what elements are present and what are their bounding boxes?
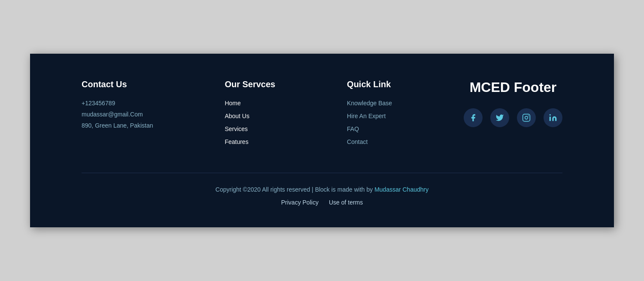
quicklink-contact[interactable]: Contact [347,138,392,145]
services-column: Our Servces Home About Us Services Featu… [225,79,275,151]
facebook-icon[interactable] [464,108,483,127]
svg-rect-3 [550,117,551,121]
svg-point-1 [525,116,528,119]
services-link-about[interactable]: About Us [225,113,275,119]
social-icons-group [464,108,562,127]
quicklink-faq[interactable]: FAQ [347,125,392,132]
svg-point-4 [550,114,551,116]
services-link-features[interactable]: Features [225,138,275,145]
footer-bottom-section: Copyright ©2020 All rights reserved | Bl… [82,173,562,206]
footer-top-section: Contact Us +123456789 mudassar@gmail.Com… [82,79,562,151]
copyright-text: Copyright ©2020 All rights reserved | Bl… [216,186,428,193]
footer-bottom-links: Privacy Policy Use of terms [281,199,363,206]
quicklink-expert[interactable]: Hire An Expert [347,113,392,119]
quicklink-knowledge[interactable]: Knowledge Base [347,100,392,107]
svg-point-2 [528,115,529,116]
brand-column: MCED Footer [464,79,562,127]
quicklink-column: Quick Link Knowledge Base Hire An Expert… [347,79,392,151]
copyright-author-link[interactable]: Mudassar Chaudhry [374,186,428,193]
footer-wrapper: Contact Us +123456789 mudassar@gmail.Com… [30,54,614,227]
copyright-static: Copyright ©2020 All rights reserved | Bl… [216,186,374,193]
contact-address: 890, Green Lane, Pakistan [82,122,153,129]
services-title: Our Servces [225,79,275,89]
contact-column: Contact Us +123456789 mudassar@gmail.Com… [82,79,153,133]
contact-title: Contact Us [82,79,153,89]
twitter-icon[interactable] [490,108,509,127]
services-link-services[interactable]: Services [225,125,275,132]
brand-title: MCED Footer [470,79,557,95]
contact-email: mudassar@gmail.Com [82,111,153,118]
linkedin-icon[interactable] [544,108,562,127]
svg-rect-0 [523,114,530,122]
contact-phone: +123456789 [82,100,153,107]
services-link-home[interactable]: Home [225,100,275,107]
use-of-terms-link[interactable]: Use of terms [329,199,363,206]
quicklink-title: Quick Link [347,79,392,89]
privacy-policy-link[interactable]: Privacy Policy [281,199,319,206]
instagram-icon[interactable] [517,108,536,127]
